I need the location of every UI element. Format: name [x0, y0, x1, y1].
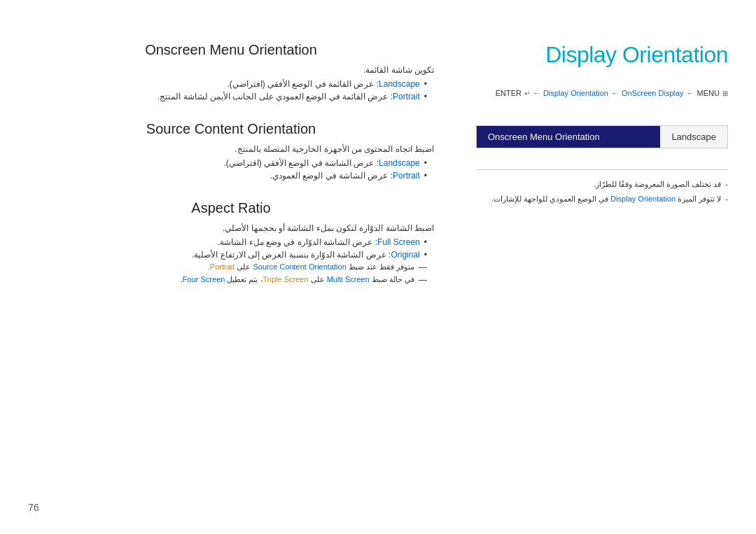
- bullet-dot: •: [424, 171, 427, 181]
- right-note-1: - قد تختلف الصورة المعروضة وفقًا للطرّاز…: [476, 180, 728, 189]
- section-title-onscreen-menu: Onscreen Menu Orientation: [28, 42, 434, 58]
- section-aspect-ratio: Aspect Ratio اضبط الشاشة الدوّارة لتكون …: [28, 200, 434, 285]
- right-note-2: - لا تتوفر الميزة Display Orientation في…: [476, 195, 728, 204]
- highlight-portrait-note: Portrait: [210, 262, 234, 271]
- breadcrumb-enter-icon: ↵: [524, 90, 530, 97]
- bullet-landscape-menu: • Landscape: عرض القائمة في الوضع الأفقي…: [28, 79, 434, 89]
- section-intro-aspect-ratio: اضبط الشاشة الدوّارة لتكون بملء الشاشة أ…: [28, 223, 434, 233]
- right-note-dash-2: -: [725, 195, 728, 203]
- bullet-portrait-menu: • Portrait: عرض القائمة في الوضع العمودي…: [28, 92, 434, 101]
- bullet-dot: •: [424, 158, 427, 168]
- right-panel: Display Orientation ENTER ↵ ← Display Or…: [448, 42, 756, 209]
- section-title-source-content: Source Content Orientation: [28, 121, 434, 137]
- highlight-four-screen: Four Screen: [183, 275, 225, 283]
- breadcrumb-menu-icon: ⊞: [722, 90, 728, 97]
- page-number: 76: [28, 502, 39, 513]
- section-title-aspect-ratio: Aspect Ratio: [28, 200, 434, 216]
- section-source-content: Source Content Orientation اضبط اتجاه ال…: [28, 121, 434, 181]
- menu-box: Onscreen Menu Orientation Landscape: [476, 125, 728, 148]
- breadcrumb-enter: ENTER: [496, 89, 522, 97]
- breadcrumb-arrow-3: ←: [687, 89, 694, 97]
- bullet-dot: •: [424, 92, 427, 101]
- note-triple-screen: ― في حالة ضبط Multi Screen على Triple Sc…: [28, 275, 434, 285]
- right-note-text-2: لا تتوفر الميزة Display Orientation في ا…: [491, 195, 721, 204]
- highlight-fullscreen: Full Screen: [377, 237, 420, 247]
- note-dash: ―: [419, 275, 427, 285]
- bullet-landscape-source: • Landscape: عرض الشاشة في الوضع الأفقي …: [28, 158, 434, 168]
- bullet-dot: •: [424, 237, 427, 247]
- section-intro-source-content: اضبط اتجاه المحتوى من الأجهزة الخارجية ا…: [28, 144, 434, 154]
- highlight-source-content-orient: Source Content Orientation: [253, 262, 346, 271]
- breadcrumb-onscreen-display: OnScreen Display: [622, 89, 684, 97]
- highlight-original: Original: [391, 250, 419, 260]
- menu-row: Onscreen Menu Orientation Landscape: [477, 126, 727, 148]
- bullet-text-portrait-menu: Portrait: عرض القائمة في الوضع العمودي ع…: [158, 92, 420, 101]
- bullet-dot: •: [424, 79, 427, 89]
- menu-item-value: Landscape: [660, 126, 727, 148]
- bullet-text-landscape-source: Landscape: عرض الشاشة في الوضع الأفقي (ا…: [223, 158, 419, 168]
- menu-item-active: Onscreen Menu Orientation: [477, 126, 660, 148]
- bullet-text-landscape-menu: Landscape: عرض القائمة في الوضع الأفقي (…: [227, 79, 419, 89]
- right-note-text-1: قد تختلف الصورة المعروضة وفقًا للطرّاز.: [594, 180, 721, 189]
- bullet-text-original: Original: عرض الشاشة الدوّارة بنسبة العر…: [192, 250, 420, 260]
- breadcrumb-menu: MENU: [697, 89, 720, 97]
- bullet-text-portrait-source: Portrait: عرض الشاشة في الوضع العمودي.: [270, 171, 420, 181]
- highlight-triple-screen: Triple Screen: [263, 275, 309, 283]
- bullet-dot: •: [424, 250, 427, 260]
- right-notes: - قد تختلف الصورة المعروضة وفقًا للطرّاز…: [476, 169, 728, 204]
- left-panel: Onscreen Menu Orientation تكوين شاشة الق…: [28, 42, 434, 304]
- breadcrumb-display-orientation: Display Orientation: [543, 89, 608, 97]
- highlight-landscape-menu: Landscape: [379, 79, 420, 89]
- bullet-text-fullscreen: Full Screen: عرض الشاشة الدوّارة في وضع …: [218, 237, 420, 247]
- highlight-portrait-source: Portrait: [393, 171, 420, 181]
- section-onscreen-menu: Onscreen Menu Orientation تكوين شاشة الق…: [28, 42, 434, 101]
- breadcrumb-arrow-1: ←: [533, 89, 540, 97]
- note-text-triple-screen: في حالة ضبط Multi Screen على Triple Scre…: [181, 275, 414, 284]
- bullet-fullscreen: • Full Screen: عرض الشاشة الدوّارة في وض…: [28, 237, 434, 247]
- highlight-portrait-menu: Portrait: [393, 92, 420, 101]
- highlight-multi-screen: Multi Screen: [327, 275, 370, 283]
- highlight-landscape-source: Landscape: [379, 158, 420, 168]
- breadcrumb-arrow-2: ←: [611, 89, 619, 97]
- note-portrait-only: ― متوفر فقط عند ضبط Source Content Orien…: [28, 262, 434, 272]
- bullet-original: • Original: عرض الشاشة الدوّارة بنسبة ال…: [28, 250, 434, 260]
- bullet-portrait-source: • Portrait: عرض الشاشة في الوضع العمودي.: [28, 171, 434, 181]
- display-orientation-title: Display Orientation: [448, 42, 756, 68]
- right-note-dash-1: -: [725, 180, 728, 188]
- note-text-portrait-only: متوفر فقط عند ضبط Source Content Orienta…: [208, 262, 414, 272]
- highlight-display-orient-note: Display Orientation: [610, 195, 676, 203]
- section-intro-onscreen-menu: تكوين شاشة القائمة.: [28, 65, 434, 75]
- breadcrumb-bar: ENTER ↵ ← Display Orientation ← OnScreen…: [448, 89, 756, 97]
- note-dash: ―: [419, 262, 427, 272]
